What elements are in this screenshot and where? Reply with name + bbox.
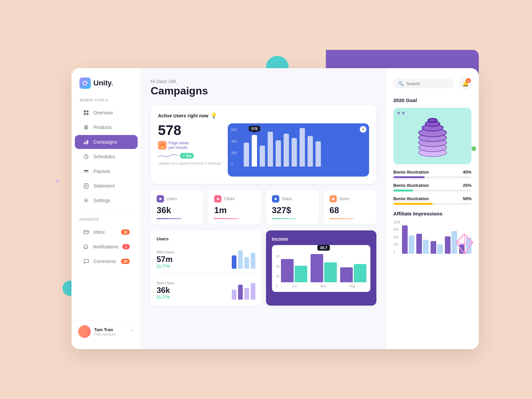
admin-tools-label: Admin tools [71,98,141,105]
income-inner: 60 40 20 0 [272,245,371,292]
user-info: Tam Tran Free account [94,327,127,336]
progress-item-2: Bento Illustration 25% [393,183,471,192]
aff-bar-1-2 [423,240,429,254]
chart-bar-1: 578 [252,135,257,167]
sidebar-item-statement[interactable]: Statement [75,179,138,193]
comments-badge: 20 [121,259,130,264]
sidebar-item-inbox[interactable]: Inbox 18 [75,225,138,239]
new-users-change: 21.77% [157,264,175,269]
svg-rect-5 [86,113,88,115]
chart-bars-area: 578 [233,128,364,168]
logo-dot: . [111,79,113,87]
stat-underline-0 [157,218,181,219]
new-users-value: 57m [157,255,175,264]
affiliate-chart-area: 100k 80k 60k 40k 0 [393,220,471,254]
campaigns-icon [83,139,89,145]
chevron-icon[interactable]: ⌃ [130,329,134,334]
page-title: Campaigns [151,85,376,97]
inbox-label: Inbox [93,229,105,235]
aff-bar-2-1 [431,241,436,254]
chart-y-labels: 600 400 200 0 [231,128,237,167]
chart-bar-5 [284,134,289,167]
chart-bar-7 [300,128,305,167]
progress-pct-2: 25% [463,183,471,188]
stat-label-1: Clicks [224,197,235,201]
new-users2-value: 36k [157,286,175,295]
stat-header-1: ■ Clicks [214,195,255,202]
income-bar-mar: 38.7 [311,254,337,282]
notifications-badge: 2 [122,244,130,249]
stat-value-1: 1m [214,205,255,215]
trend-line-chart [158,153,178,159]
statement-icon [83,183,89,189]
sidebar-item-settings[interactable]: Settings [75,194,138,207]
search-input[interactable] [406,81,450,86]
income-card: Income 60 40 20 0 [266,230,377,306]
sidebar-divider [79,212,133,213]
progress-item-1: Bento Illustration 40% [393,170,471,178]
pv-icon: 🔥 [158,141,167,150]
svg-point-19 [81,333,87,336]
campaigns-label: Campaigns [93,139,117,145]
stat-header-3: ■ Items [330,195,370,202]
search-bar[interactable]: 🔍 [393,78,454,88]
sidebar-footer: Tam Tran Free account ⌃ [71,320,141,342]
bottom-row: Users New Users 57m 21.77% [151,230,376,306]
active-users-count: 578 [158,123,221,137]
svg-point-16 [85,200,87,201]
stat-header-0: ■ Users [157,195,198,202]
sidebar-item-products[interactable]: Products [75,120,138,134]
logo-area: Unity. [71,77,141,98]
products-icon [83,124,89,131]
new-users2-label: New Users [157,281,175,285]
income-bar-area: 38.7 [281,249,366,282]
chart-close-button[interactable]: ✕ [360,126,366,133]
main-content: Hi Dash UI8, Campaigns Active Users righ… [141,68,386,349]
pv-label: Page viewsper minute [169,141,189,150]
insights-label: Insights [71,217,141,225]
progress-label-row-1: Bento Illustration 40% [393,170,471,175]
stat-icon-2: ■ [272,195,279,202]
sidebar-item-overview[interactable]: Overview [75,106,138,120]
goal-dot-2 [402,112,405,114]
user-plan: Free account [94,332,127,336]
user-name: Tam Tran [94,327,127,332]
users-chart-title: Users [157,236,255,241]
progress-bar-fill-3 [393,203,433,205]
notification-button[interactable]: 🔔 2 [460,77,471,89]
stat-label-0: Users [167,197,177,201]
users-bar-chart-bottom [232,280,255,300]
goal-title: 2020 Goal [393,97,471,103]
stat-card-sales: ■ Sales 327$ [266,190,319,224]
income-y-labels: 60 40 20 0 [276,255,280,288]
payouts-icon [83,168,89,175]
stat-label-3: Items [339,197,349,201]
right-header: 🔍 🔔 2 [393,77,471,89]
sidebar-item-campaigns[interactable]: Campaigns [75,135,138,149]
sidebar-item-comments[interactable]: Comments 20 [75,254,138,268]
sidebar-item-schedules[interactable]: Schedules [75,150,138,164]
aff-bar-2-2 [437,244,443,254]
chart-bar-0 [244,143,249,167]
stat-label-2: Sales [282,197,292,201]
new-users-label: New Users [157,250,175,254]
progress-label-row-3: Bento Illustration 50% [393,196,471,201]
svg-point-27 [428,118,437,122]
logo-icon [79,77,91,89]
sidebar-item-notifications[interactable]: Notifications 2 [75,240,138,254]
svg-rect-2 [84,110,86,112]
main-card: Unity. Admin tools Overview Products [71,68,479,349]
right-panel: 🔍 🔔 2 2020 Goal [386,68,479,349]
deco-dot-left [56,180,59,183]
svg-point-18 [82,328,86,332]
goal-dots [397,112,405,114]
affiliate-title: Affiliate Impressions [393,211,471,216]
stat-icon-3: ■ [330,195,337,202]
progress-bar-fill-2 [393,190,413,192]
sidebar-item-payouts[interactable]: Payouts [75,164,138,178]
stats-row: ■ Users 36k ■ Clicks 1m ■ Sales 327$ ■ I… [151,190,376,224]
active-users-row: 578 🔥 Page viewsper minute ✓ 6% [158,123,369,177]
svg-rect-7 [85,141,86,144]
progress-pct-3: 50% [463,196,471,201]
svg-rect-17 [84,230,88,234]
